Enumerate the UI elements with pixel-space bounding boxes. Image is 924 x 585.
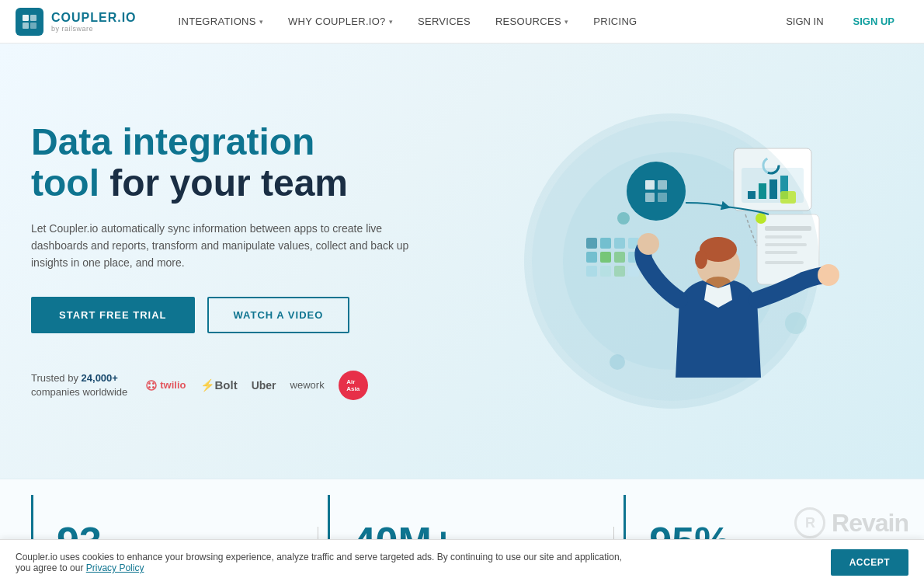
hero-subtitle: Let Coupler.io automatically sync inform… [31,220,419,272]
trusted-text: Trusted by 24,000+ companies worldwide [31,371,127,399]
svg-point-4 [147,381,156,390]
svg-rect-3 [30,23,36,29]
wework-logo: wework [290,379,325,391]
svg-rect-1 [30,15,36,21]
hero-illustration [450,75,893,447]
start-trial-button[interactable]: START FREE TRIAL [31,297,195,333]
chevron-down-icon: ▾ [259,18,263,26]
nav-pricing[interactable]: PRICING [582,11,648,32]
cookie-text: Coupler.io uses cookies to enhance your … [16,552,622,573]
nav-links: INTEGRATIONS ▾ WHY COUPLER.IO? ▾ SERVICE… [168,11,774,32]
cookie-banner: Coupler.io uses cookies to enhance your … [0,539,924,585]
nav-why[interactable]: WHY COUPLER.IO? ▾ [277,11,404,32]
nav-services[interactable]: SERVICES [407,11,481,32]
bolt-logo: ⚡Bolt [200,378,238,392]
nav-resources[interactable]: RESOURCES ▾ [485,11,579,32]
svg-rect-2 [23,23,29,29]
privacy-policy-link[interactable]: Privacy Policy [86,562,144,573]
hero-section: Data integration tool for your team Let … [0,44,924,479]
trusted-logos: twilio ⚡Bolt Uber wework AirAsia [146,371,367,400]
logo-icon [16,8,43,36]
chevron-down-icon: ▾ [564,18,568,26]
signin-link[interactable]: SIGN IN [773,11,835,32]
revain-watermark: R Revain [794,507,908,538]
uber-logo: Uber [252,379,276,392]
hero-buttons: START FREE TRIAL WATCH A VIDEO [31,297,450,333]
svg-rect-0 [23,15,29,21]
logo-name: COUPLER.IO [51,11,137,25]
svg-point-5 [148,382,151,385]
svg-point-8 [152,386,155,388]
navbar: COUPLER.IO by railsware INTEGRATIONS ▾ W… [0,0,924,44]
hero-bg-circle [524,113,819,409]
twilio-logo: twilio [146,379,186,391]
trusted-section: Trusted by 24,000+ companies worldwide t… [31,371,450,400]
svg-point-6 [152,382,155,385]
hero-content: Data integration tool for your team Let … [31,122,450,400]
cookie-accept-button[interactable]: ACCEPT [831,549,908,576]
watch-video-button[interactable]: WATCH A VIDEO [207,297,350,333]
logo-sub: by railsware [51,25,137,33]
airasia-logo: AirAsia [339,371,368,400]
nav-integrations[interactable]: INTEGRATIONS ▾ [168,11,274,32]
hero-title: Data integration tool for your team [31,122,450,204]
nav-right: SIGN IN SIGN UP [773,11,908,32]
chevron-down-icon: ▾ [389,18,393,26]
logo[interactable]: COUPLER.IO by railsware [16,8,137,36]
svg-point-7 [148,386,151,388]
svg-point-48 [818,264,839,286]
signup-button[interactable]: SIGN UP [839,11,908,32]
